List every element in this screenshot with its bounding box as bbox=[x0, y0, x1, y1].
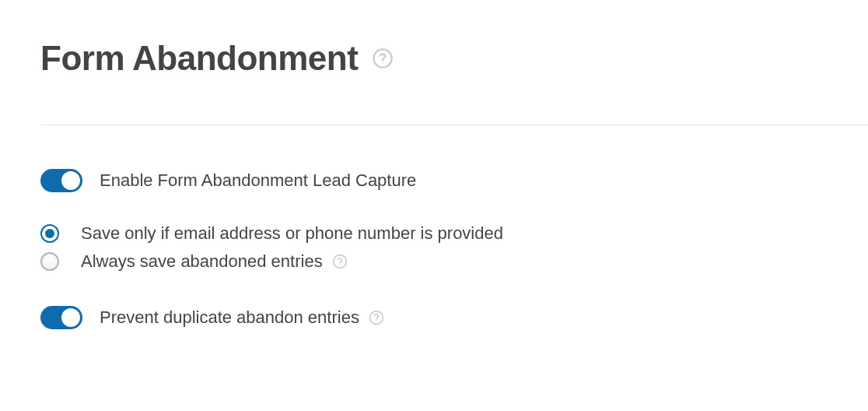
always-save-radio[interactable] bbox=[40, 252, 59, 271]
prevent-duplicate-toggle[interactable] bbox=[40, 306, 82, 329]
always-save-row: Always save abandoned entries bbox=[40, 251, 868, 272]
enable-lead-capture-label: Enable Form Abandonment Lead Capture bbox=[100, 170, 416, 191]
svg-point-5 bbox=[376, 321, 376, 321]
section-divider bbox=[40, 125, 868, 125]
save-if-provided-label: Save only if email address or phone numb… bbox=[81, 223, 503, 244]
enable-lead-capture-toggle[interactable] bbox=[40, 169, 82, 192]
save-if-provided-row: Save only if email address or phone numb… bbox=[40, 223, 868, 244]
toggle-knob bbox=[61, 171, 80, 190]
section-heading-row: Form Abandonment bbox=[40, 39, 868, 78]
always-save-label: Always save abandoned entries bbox=[81, 251, 323, 272]
help-icon[interactable] bbox=[372, 47, 394, 69]
prevent-duplicate-row: Prevent duplicate abandon entries bbox=[40, 306, 868, 329]
svg-point-1 bbox=[383, 62, 383, 63]
svg-point-3 bbox=[339, 265, 340, 265]
toggle-knob bbox=[61, 308, 80, 327]
enable-lead-capture-row: Enable Form Abandonment Lead Capture bbox=[40, 169, 868, 192]
help-icon[interactable] bbox=[369, 310, 384, 325]
save-if-provided-radio[interactable] bbox=[40, 224, 59, 243]
help-icon[interactable] bbox=[332, 254, 348, 269]
prevent-duplicate-label: Prevent duplicate abandon entries bbox=[100, 307, 359, 328]
prevent-duplicate-label-group: Prevent duplicate abandon entries bbox=[100, 307, 384, 328]
always-save-label-group: Always save abandoned entries bbox=[81, 251, 348, 272]
section-heading: Form Abandonment bbox=[40, 39, 358, 78]
